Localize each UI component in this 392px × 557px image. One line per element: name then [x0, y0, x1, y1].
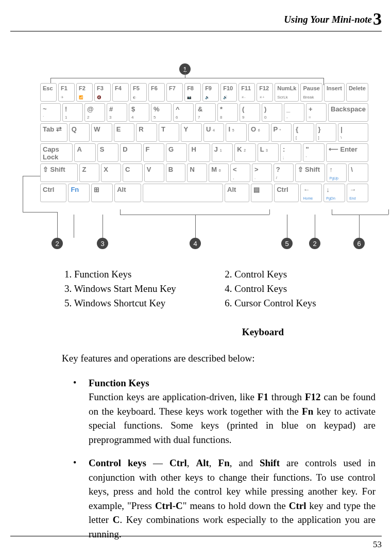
key: NumLkScrLk — [275, 83, 299, 102]
key: <, — [230, 163, 250, 182]
key: H — [189, 143, 210, 162]
legend-item: 1. Function Keys — [64, 269, 225, 280]
key: )0 — [262, 103, 282, 122]
figure-caption: Keyboard — [144, 326, 382, 338]
key: O 6 — [248, 123, 269, 142]
key: ⇧ Shift — [295, 163, 326, 182]
key: I 5 — [226, 123, 247, 142]
key: ⟵ Enter — [326, 143, 368, 162]
key: ←Home — [300, 184, 322, 202]
key: Insert — [324, 83, 345, 102]
key: Backspace — [328, 103, 368, 122]
key: E — [114, 123, 135, 142]
key: ⊞ — [91, 184, 113, 202]
callout-4: 4 — [190, 238, 201, 249]
key: Ctrl — [40, 184, 66, 202]
key: F — [143, 143, 164, 162]
key: ~` — [40, 103, 61, 122]
key: $4 — [129, 103, 149, 122]
callout-5: 5 — [281, 238, 293, 249]
key: >. — [252, 163, 272, 182]
key: F7 — [166, 83, 183, 102]
key: Alt — [225, 184, 249, 202]
key: U 4 — [203, 123, 225, 142]
key: R — [136, 123, 157, 142]
callout-2b: 2 — [309, 238, 320, 249]
key: \ — [348, 163, 368, 182]
key: L 3 — [258, 143, 279, 162]
key: Q — [69, 123, 90, 142]
legend-item: 2. Control Keys — [225, 269, 356, 280]
feature-list: Function KeysFunction keys are applicati… — [73, 376, 376, 542]
key: *8 — [217, 103, 238, 122]
key: _- — [284, 103, 304, 122]
key: D — [120, 143, 141, 162]
key: F6 — [148, 83, 165, 102]
feature-item: Control keys — Ctrl, Alt, Fn, and Shift … — [73, 456, 376, 541]
key: ▤ — [251, 184, 272, 202]
key: M 0 — [209, 163, 229, 182]
key: F11☀- — [238, 83, 255, 102]
key — [143, 184, 224, 202]
key: F4 — [112, 83, 129, 102]
key: F1✈ — [58, 83, 75, 102]
key: F9🔉 — [202, 83, 219, 102]
key: F10🔊 — [220, 83, 237, 102]
key: ↑PgUp — [327, 163, 347, 182]
key: W — [91, 123, 112, 142]
legend-item: 5. Windows Shortcut Key — [64, 298, 225, 309]
key: J 1 — [212, 143, 233, 162]
key: @2 — [84, 103, 105, 122]
key: V — [144, 163, 164, 182]
key: Y — [181, 123, 202, 142]
key: X — [101, 163, 121, 182]
keyboard-legend: 1. Function Keys2. Control Keys3. Window… — [64, 269, 356, 309]
page-header: Using Your Mini-note3 — [10, 9, 382, 31]
key: F2📶 — [76, 83, 93, 102]
key: Alt — [114, 184, 141, 202]
key: A — [74, 143, 95, 162]
keyboard-diagram: EscF1✈F2📶F3🔇F4F5◐F6F7F8📷F9🔉F10🔊F11☀-F12☀… — [40, 83, 368, 202]
page-footer: 53 — [10, 536, 382, 550]
key: ?/ — [274, 163, 294, 182]
key: F12☀+ — [257, 83, 273, 102]
key: F3🔇 — [94, 83, 111, 102]
key: }] — [316, 123, 337, 142]
key: Ctrl — [274, 184, 299, 202]
key: N — [187, 163, 207, 182]
key: F8📷 — [184, 83, 201, 102]
key: &7 — [195, 103, 216, 122]
key: !1 — [62, 103, 83, 122]
key: |\ — [338, 123, 368, 142]
key: G — [166, 143, 187, 162]
key: += — [306, 103, 327, 122]
key: Z — [79, 163, 99, 182]
feature-item: Function KeysFunction keys are applicati… — [73, 376, 376, 447]
body-text: Key features and operations are describe… — [62, 351, 376, 542]
key: C — [123, 163, 143, 182]
key: PauseBreak — [300, 83, 322, 102]
key: Tab ⇄ — [40, 123, 67, 142]
page-number: 53 — [373, 539, 382, 549]
callout-3: 3 — [97, 238, 108, 249]
key: K 2 — [234, 143, 255, 162]
key: P * — [271, 123, 292, 142]
chapter-number: 3 — [373, 9, 382, 28]
key: {[ — [293, 123, 314, 142]
callout-6: 6 — [353, 238, 365, 249]
key: (9 — [240, 103, 260, 122]
key: ⇧ Shift — [40, 163, 78, 182]
key: ↓PgDn — [323, 184, 345, 202]
key: Fn — [68, 184, 90, 202]
key: #3 — [107, 103, 127, 122]
key: "' — [303, 143, 324, 162]
key: Caps Lock — [40, 143, 73, 162]
header-title: Using Your Mini-note — [284, 14, 372, 25]
keyboard-figure: 1 EscF1✈F2📶F3🔇F4F5◐F6F7F8📷F9🔉F10🔊F11☀-F1… — [20, 68, 372, 253]
intro-text: Key features and operations are describe… — [62, 351, 376, 366]
legend-item: 4. Control Keys — [225, 283, 356, 294]
key: →End — [347, 184, 368, 202]
key: Esc — [40, 83, 57, 102]
legend-item: 3. Windows Start Menu Key — [64, 283, 225, 294]
key: %5 — [151, 103, 172, 122]
